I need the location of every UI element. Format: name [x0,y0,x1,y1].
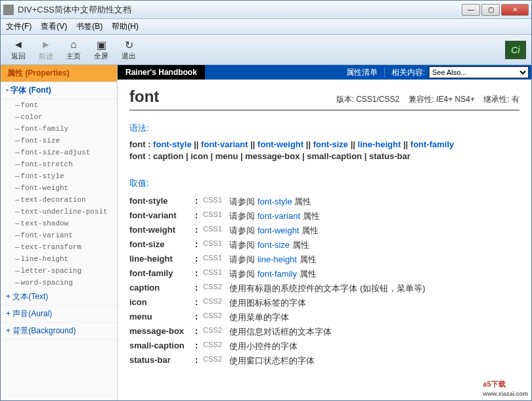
fullscreen-icon: ▣ [95,38,108,51]
divider [129,110,520,110]
table-row: status-bar:CSS2使用窗口状态栏的字体 [129,354,431,368]
table-row: font-weight:CSS1请参阅 font-weight 属性 [129,224,431,238]
sidebar[interactable]: 属性 (Properties) - 字体 (Font) fontcolorfon… [1,65,118,400]
table-row: font-style:CSS1请参阅 font-style 属性 [129,195,431,209]
content-bar: Rainer's Handbook 属性清单 相关内容: See Also... [118,65,531,80]
content-body[interactable]: font 版本: CSS1/CSS2 兼容性: IE4+ NS4+ 继承性: 有… [118,80,531,400]
back-icon: ◄ [12,38,25,51]
home-button[interactable]: ⌂主页 [61,38,86,61]
table-row: message-box:CSS2使用信息对话框的文本字体 [129,325,431,339]
content: Rainer's Handbook 属性清单 相关内容: See Also...… [118,65,531,400]
sidebar-item-line-height[interactable]: line-height [1,253,117,265]
back-button[interactable]: ◄返回 [6,38,31,61]
sidebar-item-word-spacing[interactable]: word-spacing [1,277,117,289]
sidebar-section-font[interactable]: - 字体 (Font) [1,82,117,99]
sidebar-item-color[interactable]: color [1,111,117,123]
sidebar-section-aural[interactable]: + 声音(Aural) [1,306,117,323]
table-row: icon:CSS2使用图标标签的字体 [129,296,431,310]
sidebar-item-text-transform[interactable]: text-transform [1,241,117,253]
syntax-link-line-height[interactable]: line-height [358,139,401,149]
prop-link-font-weight[interactable]: font-weight [257,225,299,235]
window-buttons: — ▢ ✕ [462,4,529,16]
page-meta: 版本: CSS1/CSS2 兼容性: IE4+ NS4+ 继承性: 有 [330,94,520,105]
table-row: small-caption:CSS2使用小控件的字体 [129,339,431,354]
sidebar-item-font-style[interactable]: font-style [1,170,117,182]
menu-file[interactable]: 文件(F) [6,21,32,32]
values-table: font-style:CSS1请参阅 font-style 属性font-var… [129,195,431,368]
brand-badge: Ci [505,41,526,59]
syntax-link-font-variant[interactable]: font-variant [201,139,248,149]
sidebar-item-text-decoration[interactable]: text-decoration [1,194,117,206]
exit-icon: ↻ [122,38,135,51]
sidebar-item-font-size[interactable]: font-size [1,135,117,147]
sidebar-item-letter-spacing[interactable]: letter-spacing [1,265,117,277]
maximize-button[interactable]: ▢ [481,4,500,16]
close-button[interactable]: ✕ [501,4,529,16]
prop-link-font-family[interactable]: font-family [257,269,297,279]
syntax-link-font-size[interactable]: font-size [313,139,348,149]
syntax-link-font-family[interactable]: font-family [410,139,454,149]
sidebar-item-font[interactable]: font [1,99,117,111]
sidebar-item-font-variant[interactable]: font-variant [1,229,117,241]
syntax-link-font-weight[interactable]: font-weight [257,139,303,149]
related-label: 相关内容: [388,67,429,78]
toolbar: ◄返回 ►前进 ⌂主页 ▣全屏 ↻退出 Ci [1,35,531,65]
prop-link-font-variant[interactable]: font-variant [257,211,300,221]
window-title: DIV+CSS简体中文帮助性文档 [18,4,462,16]
attr-list-link[interactable]: 属性清单 [342,67,382,78]
sidebar-section-background[interactable]: + 背景(Background) [1,323,117,340]
watermark: a5下载www.xiazai.com [483,379,528,397]
table-row: font-size:CSS1请参阅 font-size 属性 [129,238,431,252]
see-also-select[interactable]: See Also... [429,66,529,78]
exit-button[interactable]: ↻退出 [116,38,141,61]
sidebar-item-text-shadow[interactable]: text-shadow [1,218,117,229]
syntax-line-1: font : font-style || font-variant || fon… [129,139,520,149]
table-row: line-height:CSS1请参阅 line-height 属性 [129,252,431,267]
values-label: 取值: [129,177,520,189]
sidebar-item-font-stretch[interactable]: font-stretch [1,158,117,170]
minimize-button[interactable]: — [462,4,480,16]
syntax-line-2: font : caption | icon | menu | message-b… [129,151,520,161]
prop-link-font-size[interactable]: font-size [257,240,290,250]
menu-bookmark[interactable]: 书签(B) [76,21,102,32]
prop-link-line-height[interactable]: line-height [257,254,297,264]
app-window: DIV+CSS简体中文帮助性文档 — ▢ ✕ 文件(F) 查看(V) 书签(B)… [0,0,532,401]
home-icon: ⌂ [67,38,80,51]
fullscreen-button[interactable]: ▣全屏 [89,38,114,61]
syntax-label: 语法: [129,122,520,134]
sidebar-item-text-underline-posit[interactable]: text-underline-posit [1,206,117,218]
table-row: font-family:CSS1请参阅 font-family 属性 [129,267,431,281]
app-icon [3,5,14,15]
menu-view[interactable]: 查看(V) [41,21,67,32]
forward-button[interactable]: ►前进 [33,38,58,61]
menubar: 文件(F) 查看(V) 书签(B) 帮助(H) [1,19,531,35]
page-title: font [129,87,159,106]
sidebar-item-font-size-adjust[interactable]: font-size-adjust [1,147,117,158]
prop-link-font-style[interactable]: font-style [257,197,292,206]
sidebar-item-font-weight[interactable]: font-weight [1,182,117,194]
brand-label: Rainer's Handbook [118,65,205,80]
sidebar-head-properties[interactable]: 属性 (Properties) [1,65,117,82]
table-row: caption:CSS2使用有标题的系统控件的文本字体 (如按钮，菜单等) [129,281,431,296]
forward-icon: ► [39,38,53,51]
table-row: menu:CSS2使用菜单的字体 [129,310,431,325]
syntax-link-font-style[interactable]: font-style [153,139,192,149]
menu-help[interactable]: 帮助(H) [112,21,139,32]
titlebar: DIV+CSS简体中文帮助性文档 — ▢ ✕ [1,1,531,19]
main-area: 属性 (Properties) - 字体 (Font) fontcolorfon… [1,65,531,400]
table-row: font-variant:CSS1请参阅 font-variant 属性 [129,209,431,224]
sidebar-item-font-family[interactable]: font-family [1,123,117,135]
sidebar-section-text[interactable]: + 文本(Text) [1,289,117,306]
